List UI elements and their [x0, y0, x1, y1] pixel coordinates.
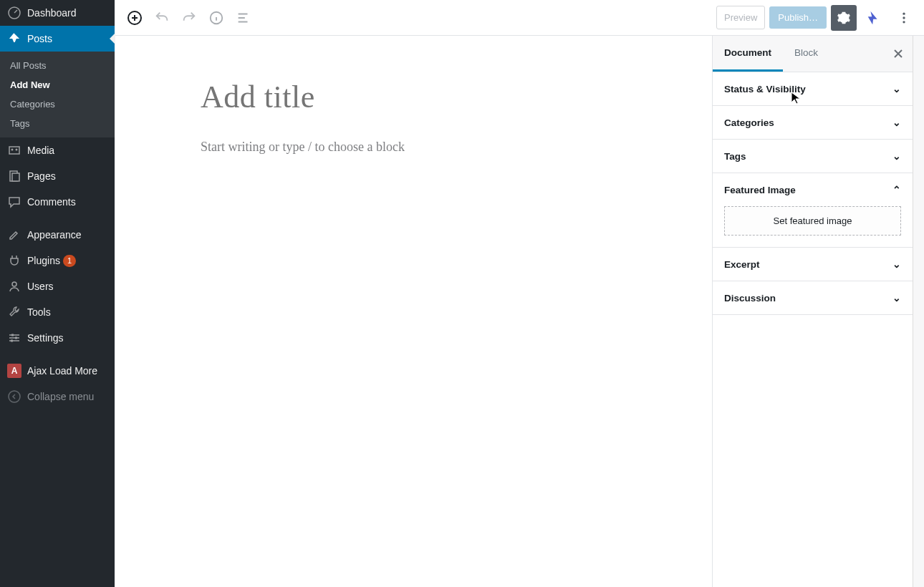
- plug-icon: [7, 253, 21, 268]
- panel-featured-image-header[interactable]: Featured Image⌃: [713, 173, 913, 206]
- panel-discussion[interactable]: Discussion⌄: [713, 281, 913, 315]
- wrench-icon: [7, 305, 21, 319]
- media-icon: [7, 143, 21, 157]
- panel-featured-image: Featured Image⌃ Set featured image: [713, 173, 913, 248]
- user-icon: [7, 279, 21, 294]
- sidebar-item-posts[interactable]: Posts: [0, 26, 115, 52]
- posts-submenu: All Posts Add New Categories Tags: [0, 52, 115, 137]
- panel-excerpt[interactable]: Excerpt⌄: [713, 248, 913, 281]
- set-featured-image-button[interactable]: Set featured image: [724, 206, 901, 236]
- tab-block[interactable]: Block: [783, 36, 829, 72]
- sidebar-label: Settings: [27, 332, 64, 344]
- sidebar-label: Collapse menu: [27, 391, 94, 402]
- panel-tags[interactable]: Tags⌄: [713, 140, 913, 173]
- more-options-button[interactable]: [891, 5, 917, 31]
- sidebar-item-plugins[interactable]: Plugins 1: [0, 248, 115, 273]
- panel-title: Featured Image: [724, 185, 796, 195]
- sidebar-collapse-menu[interactable]: Collapse menu: [0, 384, 115, 409]
- redo-button[interactable]: [176, 5, 202, 31]
- chevron-up-icon: ⌃: [892, 184, 901, 195]
- info-button[interactable]: [203, 5, 229, 31]
- sidebar-item-dashboard[interactable]: Dashboard: [0, 0, 115, 26]
- sidebar-label: Pages: [27, 170, 56, 182]
- sidebar-label: Plugins: [27, 255, 60, 266]
- sidebar-label: Media: [27, 145, 54, 156]
- chevron-down-icon: ⌄: [892, 292, 901, 304]
- chevron-down-icon: ⌄: [892, 117, 901, 128]
- sidebar-item-pages[interactable]: Pages: [0, 163, 115, 189]
- sidebar-item-ajax-load-more[interactable]: A Ajax Load More: [0, 358, 115, 384]
- sidebar-label: Comments: [27, 196, 76, 208]
- chevron-down-icon: ⌄: [892, 83, 901, 94]
- inspector-tabs: Document Block: [713, 36, 913, 72]
- submenu-tags[interactable]: Tags: [0, 114, 115, 133]
- sidebar-item-appearance[interactable]: Appearance: [0, 222, 115, 248]
- panel-title: Excerpt: [724, 259, 760, 270]
- svg-point-14: [903, 16, 905, 19]
- dashboard-icon: [7, 6, 21, 20]
- svg-point-2: [11, 149, 14, 151]
- add-block-button[interactable]: [122, 5, 148, 31]
- sidebar-label: Tools: [27, 306, 51, 318]
- svg-rect-8: [15, 337, 17, 339]
- admin-sidebar: Dashboard Posts All Posts Add New Catego…: [0, 0, 115, 587]
- svg-rect-9: [11, 340, 13, 342]
- svg-point-10: [9, 391, 20, 402]
- editor-main: Preview Publish… Start writing or type /…: [115, 0, 924, 587]
- sidebar-label: Posts: [27, 33, 52, 44]
- undo-button[interactable]: [149, 5, 175, 31]
- chevron-down-icon: ⌄: [892, 150, 901, 162]
- sidebar-item-media[interactable]: Media: [0, 137, 115, 163]
- svg-rect-1: [9, 147, 19, 154]
- sidebar-label: Users: [27, 281, 54, 292]
- sidebar-label: Appearance: [27, 229, 82, 241]
- panel-status-visibility[interactable]: Status & Visibility⌄: [713, 72, 913, 106]
- outline-button[interactable]: [231, 5, 256, 31]
- panel-title: Categories: [724, 117, 774, 128]
- panel-title: Status & Visibility: [724, 84, 806, 94]
- submenu-categories[interactable]: Categories: [0, 94, 115, 114]
- close-inspector-button[interactable]: [884, 36, 913, 72]
- svg-point-13: [903, 12, 905, 14]
- submenu-add-new[interactable]: Add New: [0, 75, 115, 94]
- tab-document[interactable]: Document: [713, 36, 783, 72]
- sliders-icon: [7, 331, 21, 345]
- settings-toggle-button[interactable]: [831, 5, 857, 31]
- sidebar-item-settings[interactable]: Settings: [0, 325, 115, 351]
- pin-icon: [7, 31, 21, 46]
- sidebar-item-tools[interactable]: Tools: [0, 299, 115, 325]
- sidebar-item-users[interactable]: Users: [0, 273, 115, 299]
- alm-icon: A: [7, 364, 21, 378]
- svg-point-15: [903, 21, 905, 23]
- post-title-input[interactable]: [201, 79, 669, 115]
- preview-button: Preview: [716, 6, 765, 29]
- svg-rect-5: [12, 173, 19, 181]
- sidebar-label: Ajax Load More: [27, 365, 97, 377]
- plugins-badge: 1: [63, 255, 76, 267]
- panel-title: Tags: [724, 151, 746, 162]
- sidebar-label: Dashboard: [27, 7, 77, 19]
- chevron-down-icon: ⌄: [892, 258, 901, 270]
- brush-icon: [7, 228, 21, 242]
- pages-icon: [7, 169, 21, 183]
- collapse-icon: [7, 389, 21, 404]
- editor-canvas[interactable]: Start writing or type / to choose a bloc…: [115, 36, 712, 587]
- svg-point-3: [16, 149, 18, 151]
- svg-point-6: [12, 282, 16, 286]
- submenu-all-posts[interactable]: All Posts: [0, 56, 115, 75]
- editor-topbar: Preview Publish…: [115, 0, 924, 36]
- publish-button: Publish…: [769, 6, 827, 29]
- panel-categories[interactable]: Categories⌄: [713, 106, 913, 140]
- jetpack-button[interactable]: [861, 5, 887, 31]
- inspector-panel: Document Block Status & Visibility⌄ Cate…: [712, 36, 913, 587]
- vertical-scrollbar[interactable]: [913, 36, 924, 587]
- comment-icon: [7, 195, 21, 209]
- post-body-placeholder[interactable]: Start writing or type / to choose a bloc…: [201, 140, 669, 155]
- svg-rect-7: [11, 334, 14, 336]
- panel-title: Discussion: [724, 293, 776, 304]
- sidebar-item-comments[interactable]: Comments: [0, 189, 115, 215]
